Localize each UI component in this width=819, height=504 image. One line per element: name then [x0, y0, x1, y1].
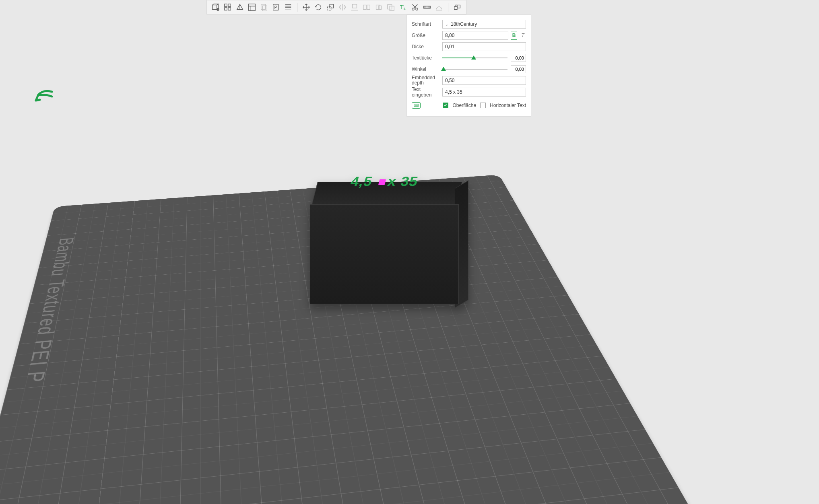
text-cursor [378, 179, 386, 185]
model-object[interactable]: 4,5 x 35 [306, 177, 475, 310]
angle-label: Winkel [412, 66, 440, 72]
embedded-input[interactable] [442, 76, 526, 85]
svg-rect-26 [457, 5, 460, 8]
angle-value-input[interactable] [511, 65, 526, 73]
arrange-button[interactable] [222, 2, 233, 13]
split-button[interactable] [361, 2, 372, 13]
svg-text:P: P [274, 5, 277, 10]
thickness-input[interactable] [442, 42, 526, 51]
flatten-button[interactable] [349, 2, 360, 13]
layout-button[interactable] [246, 2, 258, 13]
chevron-down-icon: ⌄ [445, 22, 448, 27]
angle-slider[interactable] [442, 65, 508, 74]
keyboard-icon[interactable]: ⌨ [412, 102, 421, 109]
svg-rect-25 [454, 6, 457, 9]
svg-rect-8 [262, 6, 267, 11]
font-label: Schriftart [412, 21, 440, 27]
embedded-label: Embedded depth [412, 75, 440, 86]
svg-rect-7 [261, 4, 266, 10]
model-text-sep: x [386, 174, 398, 189]
gap-value-input[interactable] [511, 54, 526, 62]
text-input[interactable] [442, 88, 526, 97]
scale-button[interactable] [325, 2, 336, 13]
main-toolbar: P Ta [206, 0, 466, 14]
rotate-button[interactable] [313, 2, 324, 13]
add-part-button[interactable]: P [270, 2, 282, 13]
model-front-face [310, 204, 459, 304]
move-button[interactable] [301, 2, 312, 13]
svg-rect-6 [249, 4, 256, 11]
font-select-value: 18thCentury [451, 21, 477, 27]
boolean-button[interactable] [385, 2, 396, 13]
mirror-button[interactable] [337, 2, 348, 13]
model-text-left: 4,5 [349, 174, 374, 189]
italic-button[interactable]: T [520, 31, 526, 40]
separator [297, 3, 297, 12]
clone-button[interactable] [258, 2, 270, 13]
surface-checkbox[interactable] [443, 103, 448, 108]
slider-thumb-icon[interactable] [441, 67, 446, 71]
support-button[interactable] [433, 2, 445, 13]
variable-height-button[interactable] [283, 2, 294, 13]
svg-text:a: a [404, 7, 406, 10]
model-text[interactable]: 4,5 x 35 [349, 174, 420, 189]
thickness-label: Dicke [412, 44, 440, 49]
bold-button[interactable]: B [511, 31, 517, 40]
text-properties-panel: Schriftart ⌄ 18thCentury Größe B T Dicke… [406, 14, 531, 117]
svg-rect-0 [212, 5, 217, 10]
gap-slider[interactable] [442, 53, 508, 62]
svg-rect-14 [363, 5, 366, 10]
svg-rect-3 [228, 4, 231, 6]
svg-rect-11 [328, 6, 331, 10]
svg-rect-12 [330, 4, 333, 8]
svg-rect-2 [225, 4, 227, 6]
svg-rect-15 [367, 5, 370, 10]
viewport-3d[interactable]: Bambu Textured PEI P 4,5 x 35 P [0, 0, 819, 504]
measure-button[interactable] [421, 2, 433, 13]
svg-rect-13 [353, 4, 357, 8]
gap-label: Textlücke [412, 55, 440, 61]
surface-label: Oberfläche [452, 103, 476, 108]
horizontal-label: Horizontaler Text [490, 103, 526, 108]
svg-text:T: T [400, 4, 404, 10]
cut-tool-button[interactable] [409, 2, 421, 13]
undo-back-icon[interactable] [34, 88, 54, 106]
size-input[interactable] [442, 31, 508, 40]
separator [448, 3, 448, 12]
text-tool-button[interactable]: Ta [397, 2, 408, 13]
size-label: Größe [412, 33, 440, 38]
orient-button[interactable] [234, 2, 245, 13]
svg-rect-5 [228, 8, 231, 10]
text-input-label: Text eingeben [412, 86, 440, 98]
merge-button[interactable] [373, 2, 384, 13]
assembly-button[interactable] [452, 2, 463, 13]
font-select[interactable]: ⌄ 18thCentury [442, 20, 526, 29]
plate-label: Bambu Textured PEI P [0, 237, 79, 484]
horizontal-checkbox[interactable] [480, 103, 486, 108]
add-primitive-button[interactable] [210, 2, 221, 13]
svg-rect-4 [225, 8, 227, 10]
slider-thumb-icon[interactable] [471, 56, 476, 60]
